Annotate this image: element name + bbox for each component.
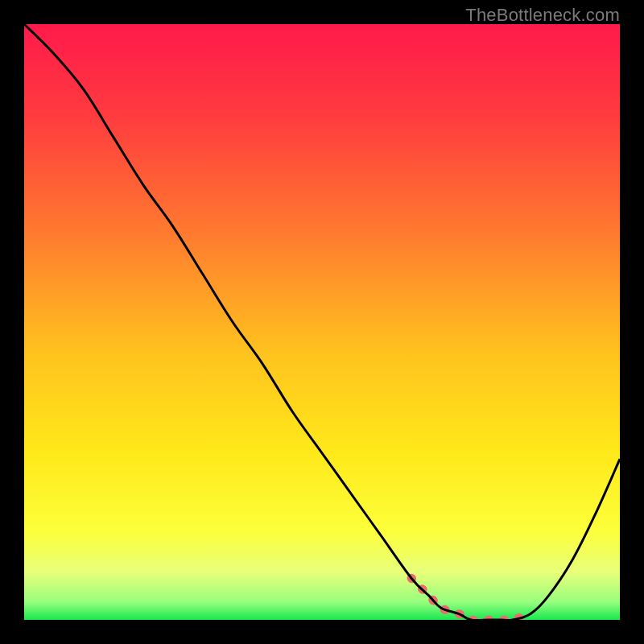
watermark-text: TheBottleneck.com (465, 5, 620, 26)
plot-area (24, 24, 620, 620)
curve-layer (24, 24, 620, 620)
optimal-range-highlight (411, 578, 530, 620)
bottleneck-curve-line (24, 24, 620, 620)
chart-frame: TheBottleneck.com (0, 0, 644, 644)
